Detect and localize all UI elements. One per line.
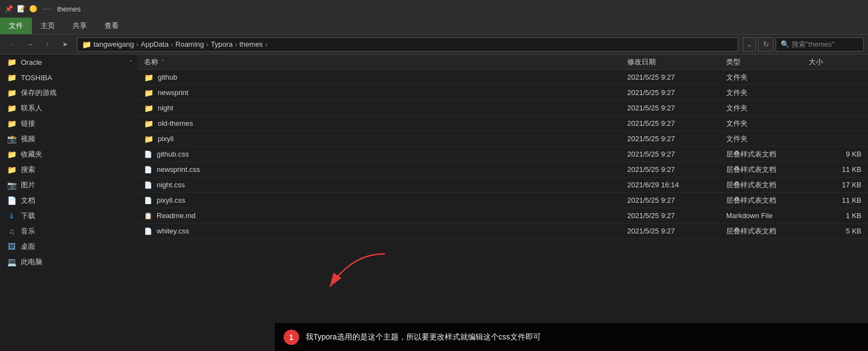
col-header-size[interactable]: 大小 xyxy=(802,57,868,67)
sidebar-item-toshiba[interactable]: 📁 TOSHIBA xyxy=(0,70,137,85)
sidebar-item-saved-games[interactable]: 📁 保存的游戏 xyxy=(0,85,137,101)
folder-icon: ♫ xyxy=(7,226,16,236)
file-row[interactable]: 📁pixyll 2021/5/25 9:27 文件夹 xyxy=(137,131,868,147)
sidebar-item-computer[interactable]: 💻 此电脑 xyxy=(0,254,137,270)
address-dropdown[interactable]: ⌄ xyxy=(743,37,756,52)
tab-home[interactable]: 主页 xyxy=(32,18,64,34)
folder-icon: 📁 xyxy=(144,73,153,82)
addr-part-4: Typora xyxy=(211,40,233,48)
sidebar-item-label: 收藏夹 xyxy=(21,149,42,159)
sidebar-item-label: 下载 xyxy=(21,211,35,221)
title-bar-separator: — xyxy=(43,4,52,14)
addr-sep-3: › xyxy=(206,40,208,48)
address-folder-icon: 📁 xyxy=(82,40,91,49)
sidebar-item-search[interactable]: 📁 搜索 xyxy=(0,162,137,177)
sidebar-item-favorites[interactable]: 📁 收藏夹 xyxy=(0,147,137,162)
search-box[interactable]: 🔍 搜索"themes" xyxy=(776,37,864,52)
addr-part-5: themes xyxy=(239,40,263,48)
folder-icon: 📷 xyxy=(7,180,16,190)
folder-icon: 📁 xyxy=(7,73,16,82)
folder-icon: 📁 xyxy=(144,104,153,113)
sidebar-item-label: 图片 xyxy=(21,180,35,190)
file-row[interactable]: 📄newsprint.css 2021/5/25 9:27 层叠样式表文档 11… xyxy=(137,162,868,177)
sidebar-item-label: 链接 xyxy=(21,119,35,129)
ribbon-tabs: 文件 主页 共享 查看 xyxy=(0,18,868,34)
scroll-indicator: ⌃ xyxy=(129,59,133,65)
sort-arrow-icon: ⌃ xyxy=(161,59,165,65)
search-icon: 🔍 xyxy=(781,40,789,48)
main-content: 名称 ⌃ 修改日期 类型 大小 📁github 2021/5/25 9:27 文… xyxy=(137,54,868,351)
tab-view[interactable]: 查看 xyxy=(96,18,128,34)
sidebar-scroll[interactable]: 📁 Oracle ⌃ 📁 TOSHIBA 📁 保存的游戏 📁 联系人 📁 链接 xyxy=(0,54,137,351)
file-list-header: 名称 ⌃ 修改日期 类型 大小 xyxy=(137,54,868,70)
window-title: themes xyxy=(57,5,81,13)
sidebar-item-pictures[interactable]: 📷 图片 xyxy=(0,177,137,193)
folder-icon: 📁 xyxy=(144,88,153,97)
folder-icon: 📁 xyxy=(7,103,16,113)
folder-icon: 📁 xyxy=(7,165,16,175)
css-file-icon: 📄 xyxy=(144,166,152,174)
tab-share[interactable]: 共享 xyxy=(64,18,96,34)
file-row[interactable]: 📁newsprint 2021/5/25 9:27 文件夹 xyxy=(137,85,868,101)
md-file-icon: 📋 xyxy=(144,212,152,220)
sidebar-item-documents[interactable]: 📄 文档 xyxy=(0,193,137,208)
sidebar-item-label: 保存的游戏 xyxy=(21,88,57,98)
sidebar-item-label: TOSHIBA xyxy=(21,74,52,82)
css-file-icon: 📄 xyxy=(144,227,152,235)
expand-button[interactable]: ➤ xyxy=(57,37,73,52)
main-layout: 📁 Oracle ⌃ 📁 TOSHIBA 📁 保存的游戏 📁 联系人 📁 链接 xyxy=(0,54,868,351)
folder-icon: 📸 xyxy=(7,134,16,144)
file-row[interactable]: 📁github 2021/5/25 9:27 文件夹 xyxy=(137,70,868,85)
file-row[interactable]: 📁night 2021/5/25 9:27 文件夹 xyxy=(137,101,868,116)
sidebar-item-label: 搜索 xyxy=(21,165,35,175)
sidebar-item-oracle[interactable]: 📁 Oracle ⌃ xyxy=(0,54,137,70)
file-row[interactable]: 📄github.css 2021/5/25 9:27 层叠样式表文档 9 KB xyxy=(137,147,868,162)
file-area[interactable]: 名称 ⌃ 修改日期 类型 大小 📁github 2021/5/25 9:27 文… xyxy=(137,54,868,351)
star-icon: 🟡 xyxy=(29,4,37,13)
sidebar-item-label: 视频 xyxy=(21,134,35,144)
sidebar-item-video[interactable]: 📸 视频 xyxy=(0,131,137,147)
back-button[interactable]: ← xyxy=(4,37,20,52)
annotation-overlay: 1 我Typora选用的是这个主题，所以要更改样式就编辑这个css文件即可 xyxy=(275,323,868,351)
col-header-type[interactable]: 类型 xyxy=(720,57,802,67)
sidebar-item-contacts[interactable]: 📁 联系人 xyxy=(0,101,137,116)
address-parts: tangweigang › AppData › Roaming › Typora… xyxy=(93,40,268,48)
addr-sep-5: › xyxy=(265,40,267,48)
forward-button[interactable]: → xyxy=(22,37,37,52)
computer-icon: 💻 xyxy=(7,257,16,267)
ribbon: 文件 主页 共享 查看 xyxy=(0,18,868,35)
col-header-name[interactable]: 名称 ⌃ xyxy=(137,57,621,67)
tab-file[interactable]: 文件 xyxy=(0,18,32,34)
address-bar[interactable]: 📁 tangweigang › AppData › Roaming › Typo… xyxy=(77,37,738,52)
css-file-icon: 📄 xyxy=(144,197,152,204)
title-bar-icons: 📌 📝 🟡 xyxy=(4,4,37,13)
sidebar-item-desktop[interactable]: 🖼 桌面 xyxy=(0,239,137,254)
folder-icon: 📁 xyxy=(144,135,153,143)
css-file-icon: 📄 xyxy=(144,181,152,189)
address-bar-row: ← → ↑ ➤ 📁 tangweigang › AppData › Roamin… xyxy=(0,35,868,54)
file-row[interactable]: 📁old-themes 2021/5/25 9:27 文件夹 xyxy=(137,116,868,131)
sidebar-item-label: Oracle xyxy=(21,58,42,66)
pin-icon: 📌 xyxy=(4,4,13,13)
up-button[interactable]: ↑ xyxy=(40,37,55,52)
sidebar-item-label: 联系人 xyxy=(21,103,42,113)
file-row-readme[interactable]: 📋Readme.md 2021/5/25 9:27 Markdown File … xyxy=(137,208,868,224)
addr-sep-1: › xyxy=(136,40,139,48)
folder-icon: 🖼 xyxy=(7,242,16,252)
folder-icon: 📁 xyxy=(7,57,16,67)
col-header-date[interactable]: 修改日期 xyxy=(621,57,720,67)
sidebar-item-label: 桌面 xyxy=(21,242,35,252)
addr-part-3: Roaming xyxy=(175,40,204,48)
file-row-whitey-css[interactable]: 📄whitey.css 2021/5/25 9:27 层叠样式表文档 5 KB xyxy=(137,224,868,239)
folder-icon: 📁 xyxy=(7,149,16,159)
sidebar-item-links[interactable]: 📁 链接 xyxy=(0,116,137,131)
search-placeholder: 搜索"themes" xyxy=(792,40,834,49)
sidebar-item-label: 文档 xyxy=(21,196,35,205)
folder-icon: ⇓ xyxy=(7,211,16,221)
refresh-button[interactable]: ↻ xyxy=(758,37,773,52)
sidebar-item-downloads[interactable]: ⇓ 下载 xyxy=(0,208,137,224)
file-row-pixyll-css[interactable]: 📄pixyll.css 2021/5/25 9:27 层叠样式表文档 11 KB xyxy=(137,193,868,208)
folder-icon: 📁 xyxy=(7,88,16,98)
sidebar-item-music[interactable]: ♫ 音乐 xyxy=(0,224,137,239)
file-row-night-css[interactable]: 📄night.css 2021/6/29 16:14 层叠样式表文档 17 KB xyxy=(137,177,868,193)
